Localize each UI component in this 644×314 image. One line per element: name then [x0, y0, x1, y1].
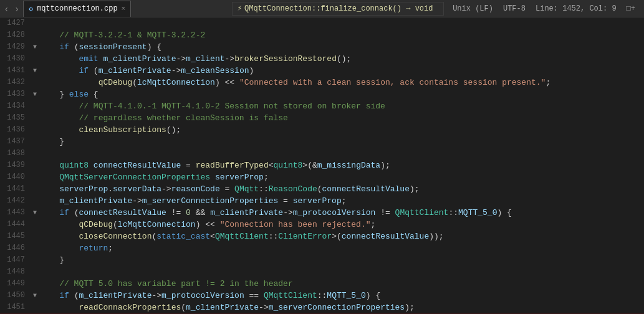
- code-line: 1445 closeConnection(static_cast<QMqttCl…: [0, 231, 644, 242]
- line-number: 1433: [2, 88, 30, 100]
- code-line: 1442 m_clientPrivate->m_serverConnection…: [0, 195, 644, 207]
- line-number: 1440: [2, 171, 30, 183]
- code-line: 1444 qCDebug(lcMqttConnection) << "Conne…: [0, 219, 644, 231]
- code-line: 1433 ▼ } else {: [0, 88, 644, 100]
- fold-indicator[interactable]: ▼: [30, 88, 40, 100]
- line-number: 1450: [2, 290, 30, 302]
- breadcrumb: ⚡ QMqttConnection::finalize_connack() → …: [232, 2, 444, 16]
- line-number: 1439: [2, 159, 30, 171]
- layout-icon[interactable]: □+: [624, 4, 638, 13]
- tab-filename: mqttconnection.cpp: [37, 4, 118, 13]
- file-icon: ⚙: [29, 5, 33, 13]
- code-line: 1449 // MQTT 5.0 has variable part != 2 …: [0, 278, 644, 290]
- code-line: 1431 ▼ if (m_clientPrivate->m_cleanSessi…: [0, 65, 644, 77]
- line-number: 1432: [2, 77, 30, 88]
- line-number: 1443: [2, 207, 30, 219]
- code-line: 1451 readConnackProperties(m_clientPriva…: [0, 302, 644, 313]
- status-area: Unix (LF) UTF-8 Line: 1452, Col: 9 □+: [446, 4, 642, 13]
- line-number: 1441: [2, 183, 30, 195]
- breadcrumb-icon: ⚡: [238, 4, 242, 13]
- cursor-position: Line: 1452, Col: 9: [533, 4, 619, 13]
- code-line: 1443 ▼ if (connectResultValue != 0 && m_…: [0, 207, 644, 219]
- code-container: 1427 1428 // MQTT-3.2.2-1 & MQTT-3.2.2-2…: [0, 17, 644, 314]
- code-line: 1429 ▼ if (sessionPresent) {: [0, 41, 644, 53]
- fold-indicator[interactable]: ▼: [30, 41, 40, 53]
- code-line: 1427: [0, 17, 644, 29]
- forward-button[interactable]: ›: [13, 2, 21, 15]
- code-line: 1450 ▼ if (m_clientPrivate->m_protocolVe…: [0, 290, 644, 302]
- code-line: 1441 serverProp.serverData->reasonCode =…: [0, 183, 644, 195]
- line-number: 1427: [2, 17, 30, 29]
- code-editor[interactable]: 1427 1428 // MQTT-3.2.2-1 & MQTT-3.2.2-2…: [0, 17, 644, 314]
- fold-indicator[interactable]: ▼: [30, 290, 40, 302]
- line-number: 1435: [2, 112, 30, 124]
- line-number: 1447: [2, 254, 30, 266]
- top-bar: ‹ › ⚙ mqttconnection.cpp × ⚡ QMqttConnec…: [0, 0, 644, 17]
- line-number: 1431: [2, 65, 30, 77]
- line-number: 1436: [2, 124, 30, 136]
- line-number: 1445: [2, 231, 30, 242]
- code-line: 1440 QMqttServerConnectionProperties ser…: [0, 171, 644, 183]
- code-line: 1448: [0, 266, 644, 278]
- line-number: 1437: [2, 136, 30, 148]
- code-line: 1447 }: [0, 254, 644, 266]
- breadcrumb-text: QMqttConnection::finalize_connack() → vo…: [244, 4, 433, 13]
- line-number: 1446: [2, 242, 30, 254]
- charset[interactable]: UTF-8: [501, 4, 528, 13]
- code-line: 1432 qCDebug(lcMqttConnection) << "Conne…: [0, 77, 644, 88]
- line-number: 1442: [2, 195, 30, 207]
- code-line: 1434 // MQTT-4.1.0.-1 MQTT-4.1.0-2 Sessi…: [0, 100, 644, 112]
- line-number: 1438: [2, 148, 30, 159]
- fold-indicator[interactable]: ▼: [30, 207, 40, 219]
- line-number: 1448: [2, 266, 30, 278]
- line-ending[interactable]: Unix (LF): [450, 4, 496, 13]
- line-number: 1429: [2, 41, 30, 53]
- code-line: 1435 // regardless whether cleanSession …: [0, 112, 644, 124]
- line-number: 1430: [2, 53, 30, 65]
- back-button[interactable]: ‹: [2, 2, 11, 15]
- code-line: 1437 }: [0, 136, 644, 148]
- line-number: 1428: [2, 29, 30, 41]
- line-number: 1444: [2, 219, 30, 231]
- code-line: 1430 emit m_clientPrivate->m_client->bro…: [0, 53, 644, 65]
- fold-indicator[interactable]: ▼: [30, 65, 40, 77]
- code-line: 1436 cleanSubscriptions();: [0, 124, 644, 136]
- active-tab[interactable]: ⚙ mqttconnection.cpp ×: [23, 1, 131, 17]
- line-number: 1434: [2, 100, 30, 112]
- line-number: 1451: [2, 302, 30, 313]
- line-number: 1449: [2, 278, 30, 290]
- code-line: 1446 return;: [0, 242, 644, 254]
- tab-area: ⚙ mqttconnection.cpp ×: [23, 1, 224, 17]
- code-line: 1438: [0, 148, 644, 159]
- code-line: 1428 // MQTT-3.2.2-1 & MQTT-3.2.2-2: [0, 29, 644, 41]
- code-line: 1439 quint8 connectResultValue = readBuf…: [0, 159, 644, 171]
- tab-close-button[interactable]: ×: [122, 5, 126, 12]
